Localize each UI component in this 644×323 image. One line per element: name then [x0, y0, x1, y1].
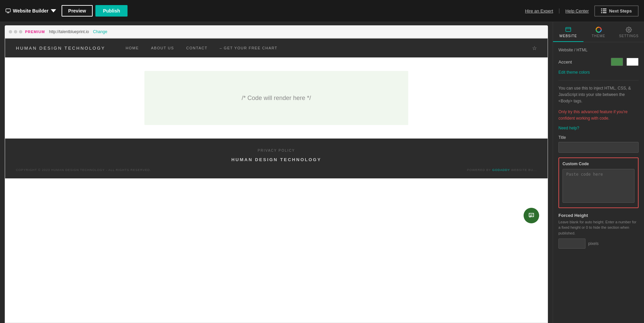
svg-rect-3 [601, 10, 602, 11]
chat-button[interactable] [524, 208, 539, 223]
browser-bar: PREMIUM http://talentblueprint.io Change [5, 25, 548, 38]
main-content: PREMIUM http://talentblueprint.io Change… [0, 22, 644, 323]
code-render-area: /* Code will render here */ [5, 57, 548, 139]
panel-content: Website / HTML Accent Edit theme colors … [553, 42, 644, 323]
help-center-link[interactable]: Help Center [565, 8, 589, 14]
browser-dots [9, 30, 22, 33]
settings-tab-icon [626, 27, 632, 33]
accent-color-green[interactable] [611, 58, 623, 66]
builder-icon [5, 8, 11, 14]
nav-chart[interactable]: – GET YOUR FREE CHART [220, 46, 277, 50]
custom-code-section: Custom Code [558, 157, 639, 208]
svg-rect-8 [530, 216, 532, 217]
svg-point-12 [628, 29, 630, 31]
next-steps-button[interactable]: Next Steps [594, 5, 639, 17]
tab-settings[interactable]: SETTINGS [614, 22, 644, 42]
dot-1 [9, 30, 12, 33]
accent-label: Accent [558, 59, 607, 65]
builder-title-button[interactable]: Website Builder [5, 8, 56, 14]
code-render-box: /* Code will render here */ [144, 71, 408, 125]
breadcrumb-website: Website [558, 48, 573, 52]
top-header: Website Builder Preview Publish Hire an … [0, 0, 644, 22]
powered-by-text: POWERED BY GODADDY WEBSITE BU... [467, 168, 537, 172]
tab-website[interactable]: WEBSITE [553, 22, 583, 42]
tab-theme[interactable]: THEME [583, 22, 614, 42]
site-footer: PRIVACY POLICY HUMAN DESIGN TECHNOLOGY C… [5, 139, 548, 178]
premium-badge: PREMIUM [25, 30, 45, 34]
pixels-label: pixels [588, 241, 599, 246]
tab-settings-label: SETTINGS [619, 34, 639, 38]
divider-1 [558, 80, 639, 80]
svg-rect-1 [601, 8, 602, 9]
site-logo: HUMAN DESIGN TECHNOLOGY [16, 46, 106, 51]
accent-color-white[interactable] [626, 58, 639, 66]
svg-rect-9 [566, 27, 571, 31]
dot-2 [14, 30, 17, 33]
svg-rect-2 [603, 8, 606, 9]
warning-text: Only try this advanced feature if you're… [558, 109, 639, 122]
change-link[interactable]: Change [93, 29, 107, 34]
tab-theme-label: THEME [592, 34, 605, 38]
footer-brand: HUMAN DESIGN TECHNOLOGY [16, 157, 537, 162]
code-render-text: /* Code will render here */ [242, 95, 311, 102]
svg-rect-5 [601, 12, 602, 13]
svg-rect-7 [530, 215, 533, 216]
forced-height-label: Forced Height [558, 213, 639, 218]
panel-tabs: WEBSITE THEME SETTINGS [553, 22, 644, 42]
website-tab-icon [565, 27, 571, 33]
nav-home[interactable]: HOME [126, 46, 139, 50]
chevron-down-icon [51, 8, 56, 14]
header-right: Hire an Expert | Help Center Next Steps [525, 5, 639, 17]
title-label: Title [558, 135, 639, 140]
height-input[interactable] [558, 239, 585, 249]
height-row: pixels [558, 239, 639, 249]
dot-3 [19, 30, 22, 33]
nav-about[interactable]: ABOUT US [151, 46, 174, 50]
info-text: You can use this to inject HTML, CSS, & … [558, 85, 639, 105]
footer-policy[interactable]: PRIVACY POLICY [16, 149, 537, 152]
breadcrumb-page: HTML [576, 48, 588, 52]
forced-height-desc: Leave blank for auto height. Enter a num… [558, 219, 639, 236]
forced-height-section: Forced Height Leave blank for auto heigh… [558, 213, 639, 249]
need-help-link[interactable]: Need help? [558, 126, 639, 130]
website-preview: HUMAN DESIGN TECHNOLOGY HOME ABOUT US CO… [5, 38, 548, 323]
chat-icon [528, 212, 535, 219]
svg-rect-6 [603, 12, 606, 13]
site-nav-links: HOME ABOUT US CONTACT – GET YOUR FREE CH… [126, 45, 537, 51]
custom-code-textarea[interactable] [562, 169, 635, 203]
user-icon: ☆ [532, 45, 537, 51]
next-steps-label: Next Steps [609, 8, 632, 14]
right-panel: WEBSITE THEME SETTINGS [553, 22, 644, 323]
footer-powered-row: COPYRIGHT © 2023 HUMAN DESIGN TECHNOLOGY… [16, 168, 537, 172]
title-input[interactable] [558, 142, 639, 153]
breadcrumb: Website / HTML [558, 48, 639, 52]
svg-rect-0 [6, 9, 10, 12]
theme-tab-icon [596, 27, 602, 33]
svg-rect-4 [603, 10, 606, 11]
preview-button[interactable]: Preview [62, 5, 93, 17]
godaddy-link[interactable]: GODADDY [492, 168, 510, 172]
list-icon [601, 8, 606, 13]
site-nav: HUMAN DESIGN TECHNOLOGY HOME ABOUT US CO… [5, 39, 548, 57]
hire-expert-link[interactable]: Hire an Expert [525, 8, 553, 14]
builder-title-text: Website Builder [13, 8, 49, 14]
accent-row: Accent [558, 58, 639, 66]
footer-copyright: COPYRIGHT © 2023 HUMAN DESIGN TECHNOLOGY… [16, 168, 151, 172]
browser-url: http://talentblueprint.io [49, 29, 89, 34]
publish-button[interactable]: Publish [95, 5, 128, 17]
edit-theme-colors-link[interactable]: Edit theme colors [558, 70, 639, 75]
canvas-area: PREMIUM http://talentblueprint.io Change… [0, 22, 553, 323]
nav-contact[interactable]: CONTACT [186, 46, 208, 50]
header-separator: | [558, 8, 560, 14]
tab-website-label: WEBSITE [559, 34, 577, 38]
custom-code-label: Custom Code [562, 162, 635, 166]
